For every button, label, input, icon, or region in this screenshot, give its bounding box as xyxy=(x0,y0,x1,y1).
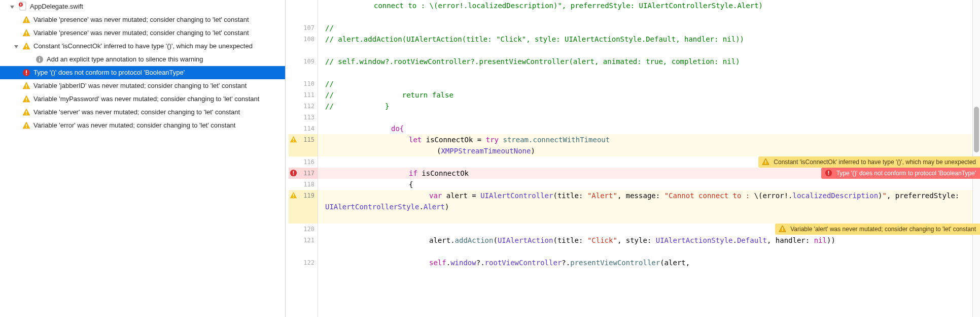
issue-navigator: AppDelegate.swift Variable 'presence' wa… xyxy=(0,0,286,317)
scrollbar-thumb[interactable] xyxy=(974,107,979,152)
svg-rect-15 xyxy=(26,87,27,88)
svg-rect-20 xyxy=(26,124,27,126)
svg-rect-17 xyxy=(26,101,27,102)
svg-rect-9 xyxy=(39,57,40,58)
issue-row-warning[interactable]: Variable 'jabberID' was never mutated; c… xyxy=(0,79,285,92)
svg-rect-5 xyxy=(26,35,27,36)
svg-rect-14 xyxy=(26,84,27,87)
svg-rect-19 xyxy=(26,114,27,115)
issue-text: Type '()' does not conform to protocol '… xyxy=(33,68,285,78)
warning-icon xyxy=(22,29,30,37)
svg-rect-29 xyxy=(765,161,766,163)
line-number: 118 xyxy=(289,179,318,190)
svg-rect-6 xyxy=(26,45,27,47)
line-number: 117 xyxy=(289,168,318,179)
line-number: 116 xyxy=(289,156,318,168)
svg-rect-18 xyxy=(26,111,27,113)
line-number: 110 xyxy=(289,78,318,89)
issue-row-warning[interactable]: Constant 'isConnectOk' inferred to have … xyxy=(0,40,285,53)
svg-rect-3 xyxy=(26,21,27,22)
issue-row-warning[interactable]: Variable 'myPassword' was never mutated;… xyxy=(0,92,285,106)
line-number: 107 xyxy=(289,22,318,34)
line-number: 109 xyxy=(289,56,318,78)
issue-text: Variable 'presence' was never mutated; c… xyxy=(33,15,285,25)
svg-rect-33 xyxy=(828,174,829,175)
svg-rect-35 xyxy=(782,230,783,231)
svg-rect-16 xyxy=(26,98,27,100)
source-editor: 107 108 109 110 111 112 113 114 115 116 … xyxy=(289,0,980,317)
warning-icon xyxy=(762,158,769,166)
line-number: 113 xyxy=(289,112,318,123)
disclosure-triangle-icon[interactable] xyxy=(9,3,16,10)
svg-rect-13 xyxy=(26,74,27,75)
swift-file-error-icon xyxy=(18,2,27,11)
line-number: 119 xyxy=(289,190,318,224)
issue-text: Variable 'jabberID' was never mutated; c… xyxy=(33,81,285,91)
issue-row-error[interactable]: Type '()' does not conform to protocol '… xyxy=(0,66,285,79)
line-number: 112 xyxy=(289,101,318,112)
svg-rect-28 xyxy=(293,197,294,198)
issue-row-warning[interactable]: Variable 'presence' was never mutated; c… xyxy=(0,26,285,40)
warning-icon xyxy=(22,108,30,116)
line-number: 114 xyxy=(289,123,318,134)
line-number: 120 xyxy=(289,224,318,235)
issue-row-warning[interactable]: Variable 'error' was never mutated; cons… xyxy=(0,119,285,132)
warning-icon xyxy=(22,82,30,90)
issue-text: Variable 'error' was never mutated; cons… xyxy=(33,120,285,131)
inline-warning-banner[interactable]: Variable 'alert' was never mutated; cons… xyxy=(775,224,980,235)
issue-row-warning[interactable]: Variable 'presence' was never mutated; c… xyxy=(0,13,285,26)
svg-rect-26 xyxy=(293,174,294,175)
inline-error-banner[interactable]: Type '()' does not conform to protocol '… xyxy=(821,168,980,179)
inline-warning-banner[interactable]: Constant 'isConnectOk' inferred to have … xyxy=(758,156,980,168)
warning-icon xyxy=(22,42,30,50)
svg-rect-4 xyxy=(26,31,27,34)
code-body[interactable]: connect to : \(error!.localizedDescripti… xyxy=(318,0,980,317)
issue-row-info[interactable]: Add an explicit type annotation to silen… xyxy=(0,53,285,66)
svg-rect-34 xyxy=(782,228,783,230)
warning-icon xyxy=(290,192,297,199)
issue-text: Variable 'myPassword' was never mutated;… xyxy=(33,94,285,104)
error-icon xyxy=(22,69,30,77)
issue-text: Constant 'isConnectOk' inferred to have … xyxy=(33,41,285,51)
svg-rect-23 xyxy=(293,141,294,142)
warning-icon xyxy=(290,136,297,143)
svg-rect-21 xyxy=(26,127,27,128)
line-number: 121 xyxy=(289,235,318,257)
error-icon xyxy=(290,169,297,177)
svg-rect-32 xyxy=(828,171,829,174)
error-icon xyxy=(825,169,832,177)
line-number: 122 xyxy=(289,257,318,268)
issue-text: Variable 'server' was never mutated; con… xyxy=(33,107,285,117)
line-number: 108 xyxy=(289,34,318,56)
svg-rect-25 xyxy=(293,171,294,174)
line-number-gutter[interactable]: 107 108 109 110 111 112 113 114 115 116 … xyxy=(289,0,318,317)
inline-issue-text: Type '()' does not conform to protocol '… xyxy=(836,168,976,179)
warning-icon xyxy=(22,95,30,103)
info-icon xyxy=(36,55,44,64)
warning-icon xyxy=(22,121,30,130)
warning-icon xyxy=(22,16,30,24)
line-number: 115 xyxy=(289,134,318,156)
svg-rect-7 xyxy=(26,48,27,49)
line-number: 111 xyxy=(289,89,318,101)
warning-icon xyxy=(779,225,786,233)
issue-text: Add an explicit type annotation to silen… xyxy=(47,54,285,65)
inline-issue-text: Variable 'alert' was never mutated; cons… xyxy=(790,224,976,235)
svg-rect-27 xyxy=(293,194,294,197)
disclosure-triangle-icon[interactable] xyxy=(13,43,20,50)
svg-rect-30 xyxy=(765,163,766,164)
svg-rect-22 xyxy=(293,138,294,141)
file-name: AppDelegate.swift xyxy=(30,2,285,12)
issue-row-warning[interactable]: Variable 'server' was never mutated; con… xyxy=(0,106,285,119)
file-row[interactable]: AppDelegate.swift xyxy=(0,0,285,13)
issue-text: Variable 'presence' was never mutated; c… xyxy=(33,28,285,38)
svg-rect-2 xyxy=(26,18,27,21)
svg-rect-10 xyxy=(39,59,40,62)
svg-rect-12 xyxy=(26,71,27,74)
inline-issue-text: Constant 'isConnectOk' inferred to have … xyxy=(774,156,976,168)
